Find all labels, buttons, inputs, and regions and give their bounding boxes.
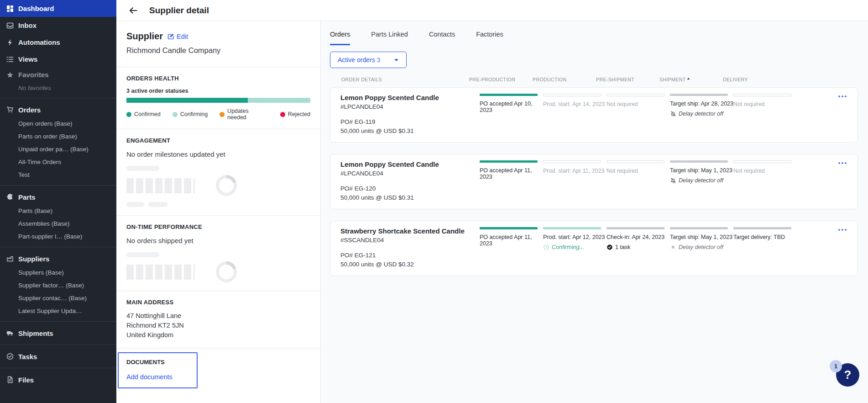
milestone-bar xyxy=(480,160,538,163)
order-menu-button[interactable] xyxy=(837,160,847,166)
sidebar-item-inbox[interactable]: Inbox xyxy=(0,17,116,34)
milestone-bar xyxy=(607,160,664,163)
sidebar-section-label: Suppliers xyxy=(18,255,49,263)
engagement-section: ENGAGEMENT No order milestones updated y… xyxy=(116,129,320,215)
milestone-bar xyxy=(480,227,538,229)
milestone-pre-shipment: Check-in: Apr 24, 2023 1 task xyxy=(607,227,670,250)
factory-icon xyxy=(6,255,14,263)
sidebar-item-latest-supplier-update[interactable]: Latest Supplier Upda… xyxy=(0,304,116,317)
on-time-performance-section: ON-TIME PERFORMANCE No orders shipped ye… xyxy=(116,215,320,291)
tab-parts-linked[interactable]: Parts Linked xyxy=(371,31,408,45)
milestone-pre-shipment: Not required xyxy=(607,94,670,107)
sidebar-section-label: Files xyxy=(18,376,34,384)
skeleton-donut xyxy=(216,261,237,282)
order-card[interactable]: Lemon Poppy Scented Candle #LPCANDLE04 P… xyxy=(330,154,858,209)
tab-factories[interactable]: Factories xyxy=(476,31,503,45)
sidebar-item-automations[interactable]: Automations xyxy=(0,34,116,51)
sidebar-item-label: Views xyxy=(18,55,37,63)
sidebar-item-all-time-orders[interactable]: All-Time Orders xyxy=(0,155,116,168)
edit-supplier-button[interactable]: Edit xyxy=(167,33,188,40)
milestone-bar xyxy=(607,94,664,96)
tab-orders[interactable]: Orders xyxy=(330,31,350,45)
skeleton-pill xyxy=(148,202,167,207)
documents-box: DOCUMENTS Add documents xyxy=(118,352,198,388)
sidebar-item-label: Automations xyxy=(18,38,60,46)
sidebar-section-suppliers[interactable]: Suppliers xyxy=(0,251,116,266)
order-po-number: PO# EG-119 xyxy=(340,118,480,125)
back-button[interactable] xyxy=(128,5,138,16)
order-menu-button[interactable] xyxy=(837,94,847,99)
milestone-bar xyxy=(670,227,728,229)
milestone-shipment: Target ship: May 1, 2023 Delay detector … xyxy=(670,227,733,250)
truck-icon xyxy=(6,329,14,337)
col-pre-shipment[interactable]: PRE-SHIPMENT xyxy=(596,77,659,82)
sidebar-item-assemblies[interactable]: Assemblies (Base) xyxy=(0,217,116,230)
milestone-production: Prod. start: Apr 14, 2023 xyxy=(543,94,607,107)
sidebar-item-open-orders[interactable]: Open orders (Base) xyxy=(0,117,116,130)
chevron-down-icon xyxy=(394,58,399,63)
sidebar-item-unpaid-order[interactable]: Unpaid order pa… (Base) xyxy=(0,143,116,155)
bell-icon xyxy=(670,244,676,250)
orders-main-area: Orders Parts Linked Contacts Factories A… xyxy=(321,21,868,403)
milestone-pre-production: PO accepted Apr 11, 2023 xyxy=(480,160,543,180)
bar-segment-confirmed xyxy=(126,98,248,103)
order-sku: #LPCANDLE04 xyxy=(340,103,480,110)
confirming-status: Confirming... xyxy=(543,244,607,250)
order-menu-button[interactable] xyxy=(837,227,847,233)
bell-slash-icon xyxy=(670,177,676,184)
sidebar-item-suppliers-base[interactable]: Suppliers (Base) xyxy=(0,266,116,279)
dashboard-icon xyxy=(6,5,14,12)
add-documents-link[interactable]: Add documents xyxy=(126,373,189,381)
active-orders-dropdown[interactable]: Active orders 3 xyxy=(330,52,407,68)
milestone-bar xyxy=(543,160,601,163)
sidebar-item-views[interactable]: Views xyxy=(0,51,116,68)
engagement-empty-text: No order milestones updated yet xyxy=(126,150,310,158)
order-card[interactable]: Lemon Poppy Scented Candle #LPCANDLE04 P… xyxy=(330,87,858,143)
help-button[interactable]: ? 1 xyxy=(836,363,859,387)
sidebar-item-parts-on-order[interactable]: Parts on order (Base) xyxy=(0,130,116,143)
col-pre-production[interactable]: PRE-PRODUCTION xyxy=(469,77,533,82)
check-circle-icon xyxy=(6,353,14,361)
legend-updates-needed: Updates needed xyxy=(220,108,268,121)
sidebar-section-label: Tasks xyxy=(18,353,37,361)
sidebar-item-favorites[interactable]: Favorites xyxy=(0,68,116,82)
sidebar-section-tasks[interactable]: Tasks xyxy=(0,349,116,364)
milestone-pre-production: PO accepted Apr 11, 2023 xyxy=(480,227,543,247)
sidebar-item-supplier-contacts[interactable]: Supplier contac… (Base) xyxy=(0,292,116,304)
order-units: 50,000 units @ USD $0.31 xyxy=(340,127,480,134)
sort-asc-icon xyxy=(687,77,690,80)
milestone-bar xyxy=(733,160,791,163)
sidebar-item-supplier-factories[interactable]: Supplier factor… (Base) xyxy=(0,279,116,292)
order-card[interactable]: Strawberry Shortcake Scented Candle #SSC… xyxy=(330,221,858,276)
sidebar-section-shipments[interactable]: Shipments xyxy=(0,326,116,340)
sidebar-section-parts[interactable]: Parts xyxy=(0,190,116,204)
col-order-details[interactable]: ORDER DETAILS xyxy=(330,77,469,82)
delay-detector-status: Delay detector off xyxy=(670,177,733,184)
milestone-bar xyxy=(670,94,728,96)
col-delivery[interactable]: DELIVERY xyxy=(723,77,780,82)
sidebar-item-parts-base[interactable]: Parts (Base) xyxy=(0,204,116,217)
sidebar-section-orders[interactable]: Orders xyxy=(0,102,116,117)
divider xyxy=(0,345,116,345)
cart-icon xyxy=(6,106,14,114)
col-shipment[interactable]: SHIPMENT xyxy=(659,77,723,82)
check-circle-filled-icon xyxy=(607,244,613,250)
sidebar-item-test[interactable]: Test xyxy=(0,168,116,181)
orders-health-legend: Confirmed Confirming Updates needed Reje… xyxy=(126,108,310,121)
order-units: 50,000 units @ USD $0.31 xyxy=(340,194,480,201)
sidebar-item-dashboard[interactable]: Dashboard xyxy=(0,0,116,17)
order-po-number: PO# EG-120 xyxy=(340,185,480,192)
milestone-bar xyxy=(733,227,791,229)
notification-badge: 1 xyxy=(830,360,842,372)
main-address-section: MAIN ADDRESS 47 Nottinghill Lane Richmon… xyxy=(116,291,320,348)
active-orders-count: 3 xyxy=(377,56,381,64)
order-name: Strawberry Shortcake Scented Candle xyxy=(340,227,480,235)
tab-contacts[interactable]: Contacts xyxy=(429,31,455,45)
sidebar-item-part-supplier[interactable]: Part-supplier l… (Base) xyxy=(0,230,116,243)
skeleton-bars xyxy=(126,178,195,193)
orders-health-bar xyxy=(126,98,310,103)
sidebar-section-files[interactable]: Files xyxy=(0,372,116,387)
col-production[interactable]: PRODUCTION xyxy=(533,77,596,82)
task-count[interactable]: 1 task xyxy=(607,244,670,250)
sidebar-section-label: Shipments xyxy=(18,329,53,337)
